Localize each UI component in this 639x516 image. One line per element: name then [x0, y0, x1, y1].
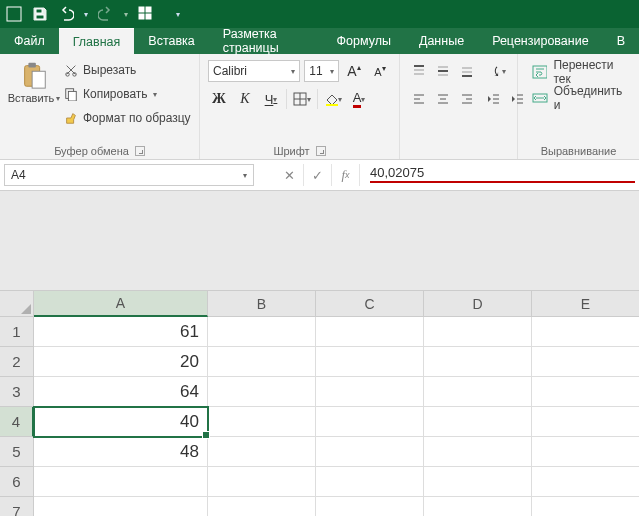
- cell-B1[interactable]: [208, 317, 316, 347]
- col-header-C[interactable]: C: [316, 291, 424, 317]
- cell-D5[interactable]: [424, 437, 532, 467]
- tab-view[interactable]: В: [603, 28, 639, 54]
- align-top-button[interactable]: [408, 60, 430, 82]
- cell-D3[interactable]: [424, 377, 532, 407]
- tab-insert[interactable]: Вставка: [134, 28, 208, 54]
- align-middle-button[interactable]: [432, 60, 454, 82]
- undo-more-icon[interactable]: ▾: [84, 10, 88, 19]
- font-launcher-icon[interactable]: [316, 146, 326, 156]
- cell-B5[interactable]: [208, 437, 316, 467]
- cell-E2[interactable]: [532, 347, 639, 377]
- cell-B4[interactable]: [208, 407, 316, 437]
- row-header-5[interactable]: 5: [0, 437, 34, 467]
- cell-A3[interactable]: 64: [34, 377, 208, 407]
- cell-E4[interactable]: [532, 407, 639, 437]
- worksheet-grid[interactable]: A B C D E 1 61 2 20 3 64 4 40 5 48 6 7: [0, 291, 639, 516]
- paste-label: Вставить: [8, 92, 55, 104]
- cell-A4[interactable]: 40: [34, 407, 208, 437]
- col-header-A[interactable]: A: [34, 291, 208, 317]
- cut-button[interactable]: Вырезать: [64, 60, 191, 80]
- cell-E7[interactable]: [532, 497, 639, 516]
- enter-formula-button[interactable]: ✓: [304, 164, 332, 186]
- tab-review[interactable]: Рецензирование: [478, 28, 603, 54]
- col-header-D[interactable]: D: [424, 291, 532, 317]
- cell-C1[interactable]: [316, 317, 424, 347]
- tab-formulas[interactable]: Формулы: [323, 28, 405, 54]
- undo-icon[interactable]: [58, 6, 74, 22]
- cell-D4[interactable]: [424, 407, 532, 437]
- clipboard-launcher-icon[interactable]: [135, 146, 145, 156]
- qat-customize-icon[interactable]: ▾: [176, 10, 180, 19]
- redo-icon[interactable]: [98, 6, 114, 22]
- cell-C6[interactable]: [316, 467, 424, 497]
- italic-button[interactable]: К: [234, 88, 256, 110]
- font-name-combo[interactable]: Calibri▾: [208, 60, 300, 82]
- row-header-6[interactable]: 6: [0, 467, 34, 497]
- tab-home[interactable]: Главная: [59, 28, 135, 54]
- underline-button[interactable]: Ч ▾: [260, 88, 282, 110]
- row-header-1[interactable]: 1: [0, 317, 34, 347]
- cancel-formula-button[interactable]: ✕: [276, 164, 304, 186]
- row-header-4[interactable]: 4: [0, 407, 34, 437]
- cell-D2[interactable]: [424, 347, 532, 377]
- wrap-text-button[interactable]: Перенести тек: [532, 62, 631, 82]
- copy-button[interactable]: Копировать▾: [64, 84, 191, 104]
- clipboard-group-label: Буфер обмена: [54, 145, 129, 157]
- format-painter-button[interactable]: Формат по образцу: [64, 108, 191, 128]
- cell-E6[interactable]: [532, 467, 639, 497]
- cell-B3[interactable]: [208, 377, 316, 407]
- tab-data[interactable]: Данные: [405, 28, 478, 54]
- cell-E5[interactable]: [532, 437, 639, 467]
- formula-bar-input[interactable]: 40,02075: [370, 164, 635, 183]
- cell-D7[interactable]: [424, 497, 532, 516]
- cell-E3[interactable]: [532, 377, 639, 407]
- fill-color-button[interactable]: ▾: [322, 88, 344, 110]
- cell-C7[interactable]: [316, 497, 424, 516]
- cell-D6[interactable]: [424, 467, 532, 497]
- cell-B7[interactable]: [208, 497, 316, 516]
- shrink-font-button[interactable]: A▾: [369, 60, 391, 82]
- borders-button[interactable]: ▾: [291, 88, 313, 110]
- font-color-button[interactable]: A▾: [348, 88, 370, 110]
- row-header-2[interactable]: 2: [0, 347, 34, 377]
- row-header-7[interactable]: 7: [0, 497, 34, 516]
- select-all-corner[interactable]: [0, 291, 34, 317]
- decrease-indent-button[interactable]: [482, 88, 504, 110]
- paste-button[interactable]: Вставить▾: [8, 58, 60, 143]
- grow-font-button[interactable]: A▴: [343, 60, 365, 82]
- cell-A2[interactable]: 20: [34, 347, 208, 377]
- cell-E1[interactable]: [532, 317, 639, 347]
- touch-mode-icon[interactable]: [138, 6, 154, 22]
- svg-rect-2: [36, 15, 44, 19]
- orientation-button[interactable]: ⤹▾: [487, 60, 509, 82]
- formula-bar-expanded: [0, 191, 639, 291]
- row-header-3[interactable]: 3: [0, 377, 34, 407]
- col-header-E[interactable]: E: [532, 291, 639, 317]
- align-center-button[interactable]: [432, 88, 454, 110]
- align-bottom-button[interactable]: [456, 60, 478, 82]
- cell-D1[interactable]: [424, 317, 532, 347]
- insert-function-button[interactable]: fx: [332, 164, 360, 186]
- cell-A6[interactable]: [34, 467, 208, 497]
- tab-file[interactable]: Файл: [0, 28, 59, 54]
- cell-C5[interactable]: [316, 437, 424, 467]
- merge-center-button[interactable]: Объединить и: [532, 88, 631, 108]
- cell-C3[interactable]: [316, 377, 424, 407]
- cell-A5[interactable]: 48: [34, 437, 208, 467]
- save-icon[interactable]: [32, 6, 48, 22]
- svg-rect-4: [146, 7, 151, 12]
- cell-C2[interactable]: [316, 347, 424, 377]
- align-left-button[interactable]: [408, 88, 430, 110]
- bold-button[interactable]: Ж: [208, 88, 230, 110]
- cell-A7[interactable]: [34, 497, 208, 516]
- cell-B6[interactable]: [208, 467, 316, 497]
- cell-C4[interactable]: [316, 407, 424, 437]
- cell-B2[interactable]: [208, 347, 316, 377]
- cell-A1[interactable]: 61: [34, 317, 208, 347]
- name-box[interactable]: A4▾: [4, 164, 254, 186]
- col-header-B[interactable]: B: [208, 291, 316, 317]
- align-right-button[interactable]: [456, 88, 478, 110]
- redo-more-icon[interactable]: ▾: [124, 10, 128, 19]
- font-size-combo[interactable]: 11▾: [304, 60, 339, 82]
- tab-page-layout[interactable]: Разметка страницы: [209, 28, 323, 54]
